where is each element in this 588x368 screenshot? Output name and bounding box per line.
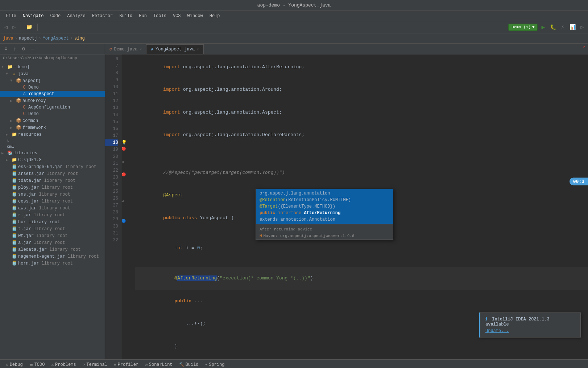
sidebar-item-jar13[interactable]: 🫙 aledata.jar library root [0, 246, 105, 253]
sidebar-item-jar14[interactable]: 🫙 nagement-agent.jar library root [0, 253, 105, 260]
profiler-icon: ≡ [114, 363, 116, 367]
sidebar-item-jdk[interactable]: ▶ 📁 C:\jdk1.8 [0, 156, 105, 163]
sidebar-path: C:\Users\47601\Desktop\qike\aop [0, 54, 105, 62]
jar-icon1: 🫙 [11, 164, 17, 169]
spring-tool[interactable]: ❧ Spring [202, 361, 228, 368]
sidebar-item-jar8[interactable]: 🫙 r.jar library root [0, 212, 105, 218]
tree-arrow-libs: ▶ [1, 151, 6, 155]
sidebar-collapse-icon[interactable]: — [29, 45, 35, 53]
sidebar-item-libraries[interactable]: ▶ 📚 libraries [0, 150, 105, 156]
sidebar-item-aopconfig[interactable]: C AopConfiguration [0, 104, 105, 111]
terminal-tool[interactable]: > Terminal [80, 361, 110, 368]
menu-vcs[interactable]: VCS [170, 12, 184, 20]
sidebar-item-cml[interactable]: cml [0, 144, 105, 150]
menu-help[interactable]: Help [207, 12, 223, 20]
more-run-button[interactable]: ▷ [579, 23, 585, 31]
tab-yongaspect[interactable]: A YongAspect.java ✕ [146, 44, 204, 54]
sonar-icon: ◎ [145, 362, 148, 367]
breadcrumb-sing[interactable]: sing [74, 36, 85, 41]
jar-icon9: 🫙 [11, 219, 17, 225]
sidebar-item-resources[interactable]: ▶ 📁 resources [0, 131, 105, 138]
sidebar-item-autoproxy[interactable]: ▶ 📦 autoProxy [0, 97, 105, 104]
todo-tool[interactable]: ☰ TODO [26, 361, 48, 368]
sidebar-item-java[interactable]: ▼ ☕ java [0, 70, 105, 77]
tab-demo[interactable]: C Demo.java ✕ [105, 44, 146, 54]
sidebar-item-jar10[interactable]: 🫙 t.jar library root [0, 225, 105, 232]
run-config-button[interactable]: Demo (1) ▼ [508, 24, 538, 31]
menu-navigate[interactable]: Navigate [20, 12, 47, 20]
jar-icon15: 🫙 [11, 261, 17, 266]
tab-yong-close[interactable]: ✕ [197, 47, 199, 52]
menu-refactor[interactable]: Refactor [89, 12, 116, 20]
sidebar-item-t[interactable]: t [0, 138, 105, 144]
jar-icon10: 🫙 [11, 226, 17, 232]
debug-button[interactable]: 🐛 [548, 23, 558, 31]
build-tool[interactable]: 🔨 Build [176, 361, 202, 368]
sidebar-item-yongaspect[interactable]: ▶ A YongAspect [0, 91, 105, 97]
sidebar-item-jar3[interactable]: 🫙 tdata.jar library root [0, 177, 105, 184]
code-line-11 [135, 154, 588, 161]
ac-text-package: org.aspectj.lang.annotation [260, 190, 351, 197]
sidebar-item-label: -demo] [14, 65, 29, 70]
sidebar-item-jar1[interactable]: 🫙 ess-bridge-64.jar library root [0, 163, 105, 170]
menu-file[interactable]: File [3, 12, 19, 20]
package-icon4: 📦 [16, 125, 21, 130]
code-editor[interactable]: 6 7 8 9 10 11 12 13 14 15 16 17 18 19 20… [105, 54, 588, 359]
class-icon: C [21, 85, 27, 90]
run-config-dropdown-icon[interactable]: ▼ [532, 25, 535, 29]
back-button[interactable]: ◁ [3, 23, 9, 31]
ac-text-extends: extends annotation.Annotation [260, 216, 351, 223]
problems-tool[interactable]: ⚠ Problems [48, 361, 79, 368]
debug-tool[interactable]: ⚙ Debug [3, 361, 26, 368]
sidebar-sort-icon[interactable]: ↕ [12, 45, 17, 53]
sidebar-item-demo2[interactable]: C Demo [0, 111, 105, 117]
sidebar-item-jar2[interactable]: 🫙 arsets.jar library root [0, 170, 105, 177]
recent-files-button[interactable]: 📁 [25, 23, 34, 31]
sidebar-item-jar6[interactable]: 🫙 cess.jar library root [0, 198, 105, 205]
sidebar-item-jar12[interactable]: 🫙 a.jar library root [0, 239, 105, 246]
menu-analyze[interactable]: Analyze [64, 12, 88, 20]
profiler-tool[interactable]: ≡ Profiler [111, 361, 141, 368]
menu-tools[interactable]: Tools [150, 12, 169, 20]
tree-arrow-fw: ▶ [10, 126, 15, 130]
forward-button[interactable]: ▷ [11, 23, 17, 31]
code-line-10 [135, 147, 588, 154]
sidebar: ≡ ↕ ⚙ — C:\Users\47601\Desktop\qike\aop … [0, 44, 105, 359]
sidebar-item-jar9[interactable]: 🫙 hor library root [0, 218, 105, 225]
menu-window[interactable]: Window [185, 12, 206, 20]
sidebar-item-jar4[interactable]: 🫙 ploy.jar library root [0, 184, 105, 191]
problems-icon: ⚠ [51, 362, 54, 367]
sidebar-header: ≡ ↕ ⚙ — [0, 44, 105, 54]
sidebar-align-icon[interactable]: ≡ [3, 45, 9, 53]
menu-bar: File Navigate Code Analyze Refactor Buil… [0, 11, 588, 21]
autocomplete-popup[interactable]: org.aspectj.lang.annotation @Retention(R… [256, 189, 393, 240]
run-button[interactable]: ▶ [540, 23, 546, 32]
code-line-9: import org.aspectj.lang.annotation.Decla… [135, 124, 588, 146]
sidebar-item-framework[interactable]: ▶ 📦 framework [0, 124, 105, 131]
code-line-17 [135, 260, 588, 267]
breadcrumb-java[interactable]: java [3, 36, 13, 41]
coverage-button[interactable]: ⚡ [560, 23, 566, 31]
profile-button[interactable]: 📊 [568, 23, 577, 31]
sidebar-settings-icon[interactable]: ⚙ [21, 45, 26, 53]
tab-yong-icon: A [151, 47, 153, 52]
sidebar-item-demo[interactable]: ▶ C Demo [0, 84, 105, 91]
breadcrumb-aspectj[interactable]: aspectj [19, 36, 37, 41]
build-icon: 🔨 [179, 362, 184, 367]
sidebar-item-aop-demo[interactable]: ▼ 📁 -demo] [0, 64, 105, 70]
code-line-6: import org.aspectj.lang.annotation.After… [135, 56, 588, 78]
sidebar-item-common[interactable]: ▶ 📦 common [0, 117, 105, 124]
sidebar-item-jar15[interactable]: 🫙 horn.jar library root [0, 260, 105, 267]
sidebar-item-jar7[interactable]: 🫙 aws.jar library root [0, 205, 105, 212]
menu-run[interactable]: Run [136, 12, 150, 20]
menu-build[interactable]: Build [116, 12, 135, 20]
ac-item-afterreturning[interactable]: org.aspectj.lang.annotation @Retention(R… [256, 189, 393, 224]
sonar-tool[interactable]: ◎ SonarLint [142, 361, 175, 368]
menu-code[interactable]: Code [47, 12, 63, 20]
sidebar-item-jar5[interactable]: 🫙 sns.jar library root [0, 191, 105, 198]
sidebar-item-jar11[interactable]: 🫙 wt.jar library root [0, 232, 105, 239]
notif-update-link[interactable]: Update... [485, 328, 575, 334]
tab-demo-close[interactable]: ✕ [140, 47, 142, 52]
breadcrumb-yongaspect[interactable]: YongAspect [43, 36, 69, 41]
sidebar-item-aspectj[interactable]: ▼ 📦 aspectj [0, 77, 105, 84]
